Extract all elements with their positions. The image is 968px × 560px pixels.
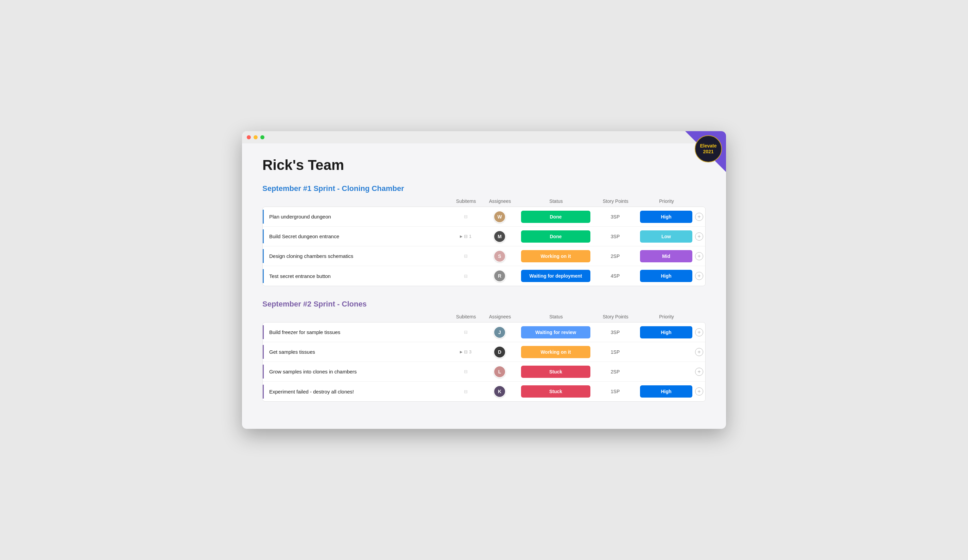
col-status-label2: Status <box>519 314 593 320</box>
story-points-cell: 3SP <box>593 330 637 335</box>
sprint1-header: Subitems Assignees Status Story Points P… <box>262 199 706 207</box>
status-badge[interactable]: Done <box>521 230 590 243</box>
col-priority-label: Priority <box>638 199 695 204</box>
subitems-cell[interactable]: ▶⊟1 <box>450 234 481 239</box>
subitems-icon: ⊟ <box>464 234 468 239</box>
add-icon[interactable]: + <box>695 388 703 396</box>
badge-text: Elevate2021 <box>700 143 716 155</box>
status-cell[interactable]: Working on it <box>518 250 593 262</box>
row-task-name: Test secret entrance button <box>263 269 450 283</box>
table-row[interactable]: Design cloning chambers schematics⊟SWork… <box>263 246 705 266</box>
priority-cell[interactable]: High <box>637 385 695 398</box>
status-cell[interactable]: Waiting for deployment <box>518 270 593 282</box>
subitems-cell[interactable]: ⊟ <box>450 273 481 278</box>
row-add-button[interactable]: + <box>695 232 705 240</box>
col-assignees-label: Assignees <box>481 199 519 204</box>
row-add-button[interactable]: + <box>695 213 705 221</box>
row-add-button[interactable]: + <box>695 272 705 280</box>
table-row[interactable]: Test secret entrance button⊟RWaiting for… <box>263 266 705 286</box>
titlebar <box>242 131 726 143</box>
add-icon[interactable]: + <box>695 252 703 260</box>
sprint2-header: Subitems Assignees Status Story Points P… <box>262 314 706 322</box>
subitems-cell[interactable]: ▶⊟3 <box>450 349 481 355</box>
assignee-cell: K <box>481 385 518 398</box>
avatar: S <box>494 250 506 262</box>
story-points-cell: 1SP <box>593 349 637 355</box>
subitems-cell[interactable]: ⊟ <box>450 253 481 258</box>
subitems-cell[interactable]: ⊟ <box>450 330 481 335</box>
status-badge[interactable]: Waiting for deployment <box>521 270 590 282</box>
table-row[interactable]: Grow samples into clones in chambers⊟LSt… <box>263 362 705 382</box>
page-title: Rick's Team <box>262 157 706 173</box>
subitems-cell[interactable]: ⊟ <box>450 214 481 219</box>
elevate-badge: Elevate2021 <box>685 131 726 172</box>
priority-badge[interactable]: High <box>640 385 692 398</box>
subitems-icon: ⊟ <box>464 273 468 278</box>
minimize-button[interactable] <box>254 135 258 139</box>
status-badge[interactable]: Stuck <box>521 385 590 398</box>
priority-cell[interactable]: High <box>637 326 695 338</box>
row-add-button[interactable]: + <box>695 368 705 376</box>
row-task-name: Plan underground dungeon <box>263 210 450 224</box>
status-cell[interactable]: Done <box>518 230 593 243</box>
sprint1-title: September #1 Sprint - Cloning Chamber <box>262 184 706 193</box>
subitems-icon: ⊟ <box>464 253 468 258</box>
priority-badge[interactable]: Low <box>640 230 692 243</box>
status-cell[interactable]: Stuck <box>518 366 593 378</box>
row-add-button[interactable]: + <box>695 388 705 396</box>
status-badge[interactable]: Waiting for review <box>521 326 590 338</box>
status-cell[interactable]: Working on it <box>518 346 593 358</box>
story-points-cell: 3SP <box>593 214 637 220</box>
row-add-button[interactable]: + <box>695 348 705 356</box>
status-cell[interactable]: Done <box>518 211 593 223</box>
status-cell[interactable]: Stuck <box>518 385 593 398</box>
add-icon[interactable]: + <box>695 328 703 336</box>
subitems-cell[interactable]: ⊟ <box>450 369 481 374</box>
row-add-button[interactable]: + <box>695 328 705 336</box>
row-add-button[interactable]: + <box>695 252 705 260</box>
assignee-cell: W <box>481 211 518 223</box>
priority-badge[interactable]: High <box>640 211 692 223</box>
table-row[interactable]: Plan underground dungeon⊟WDone3SPHigh+ <box>263 207 705 227</box>
add-icon[interactable]: + <box>695 213 703 221</box>
status-badge[interactable]: Working on it <box>521 346 590 358</box>
sprint2-title: September #2 Sprint - Clones <box>262 300 706 308</box>
add-icon[interactable]: + <box>695 272 703 280</box>
priority-badge[interactable]: High <box>640 326 692 338</box>
row-task-name: Get samples tissues <box>263 345 450 359</box>
priority-cell[interactable]: Mid <box>637 250 695 262</box>
status-badge[interactable]: Stuck <box>521 366 590 378</box>
col-priority-label2: Priority <box>638 314 695 320</box>
status-badge[interactable]: Done <box>521 211 590 223</box>
priority-cell[interactable]: Low <box>637 230 695 243</box>
table-row[interactable]: Build freezer for sample tissues⊟JWaitin… <box>263 323 705 342</box>
subitems-icon: ⊟ <box>464 214 468 219</box>
add-icon[interactable]: + <box>695 232 703 240</box>
col-status-label: Status <box>519 199 593 204</box>
subitems-count: 1 <box>469 234 471 239</box>
status-cell[interactable]: Waiting for review <box>518 326 593 338</box>
subitems-icon: ⊟ <box>464 369 468 374</box>
row-task-name: Design cloning chambers schematics <box>263 249 450 263</box>
priority-cell[interactable]: High <box>637 270 695 282</box>
priority-badge[interactable]: High <box>640 270 692 282</box>
assignee-cell: J <box>481 326 518 338</box>
close-button[interactable] <box>247 135 251 139</box>
priority-cell[interactable]: High <box>637 211 695 223</box>
avatar: J <box>494 326 506 338</box>
badge-circle: Elevate2021 <box>695 135 722 162</box>
story-points-cell: 2SP <box>593 253 637 259</box>
table-row[interactable]: Experiment failed - destroy all clones!⊟… <box>263 382 705 401</box>
story-points-cell: 2SP <box>593 369 637 374</box>
add-icon[interactable]: + <box>695 368 703 376</box>
subitems-cell[interactable]: ⊟ <box>450 389 481 394</box>
add-icon[interactable]: + <box>695 348 703 356</box>
status-badge[interactable]: Working on it <box>521 250 590 262</box>
table-row[interactable]: Build Secret dungeon entrance▶⊟1MDone3SP… <box>263 227 705 246</box>
table-row[interactable]: Get samples tissues▶⊟3DWorking on it1SP+ <box>263 342 705 362</box>
subitems-icon: ⊟ <box>464 349 468 355</box>
row-task-name: Experiment failed - destroy all clones! <box>263 384 450 399</box>
maximize-button[interactable] <box>260 135 264 139</box>
avatar: L <box>494 366 506 378</box>
priority-badge[interactable]: Mid <box>640 250 692 262</box>
